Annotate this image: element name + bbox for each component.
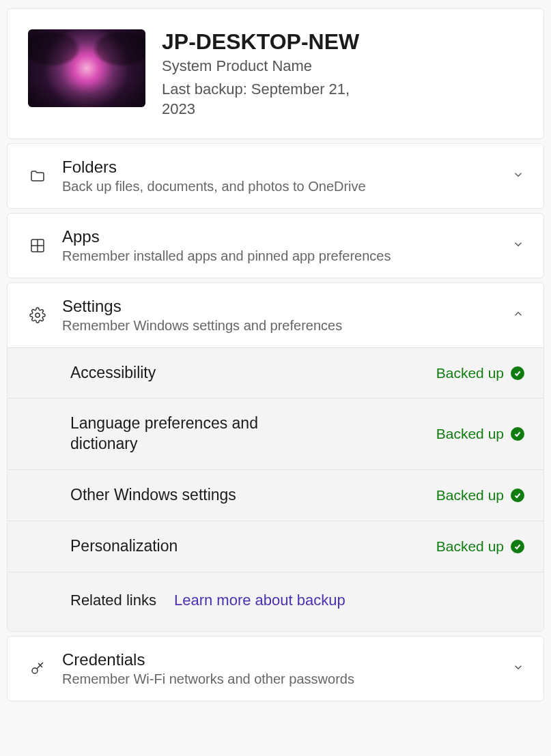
check-circle-icon: [511, 540, 524, 553]
device-wallpaper-thumbnail: [28, 29, 145, 107]
status-badge: Backed up: [436, 538, 524, 555]
section-folders: Folders Back up files, documents, and ph…: [7, 143, 544, 209]
settings-items-list: Accessibility Backed up Language prefere…: [8, 347, 543, 572]
credentials-text: Credentials Remember Wi-Fi networks and …: [62, 650, 497, 687]
settings-text: Settings Remember Windows settings and p…: [62, 297, 497, 334]
check-circle-icon: [511, 427, 524, 441]
credentials-title: Credentials: [62, 650, 497, 670]
settings-item-name: Language preferences and dictionary: [70, 413, 316, 454]
settings-item-language: Language preferences and dictionary Back…: [8, 398, 543, 469]
gear-icon: [28, 307, 47, 323]
settings-item-accessibility: Accessibility Backed up: [8, 347, 543, 398]
status-badge: Backed up: [436, 487, 524, 504]
device-product-name: System Product Name: [162, 57, 373, 75]
status-text: Backed up: [436, 538, 504, 555]
related-links-label: Related links: [70, 592, 156, 609]
credentials-expander[interactable]: Credentials Remember Wi-Fi networks and …: [8, 637, 543, 701]
key-icon: [28, 660, 47, 677]
apps-grid-icon: [28, 237, 47, 254]
chevron-down-icon: [512, 238, 524, 253]
status-text: Backed up: [436, 426, 504, 442]
section-apps: Apps Remember installed apps and pinned …: [7, 213, 544, 278]
settings-item-other-windows: Other Windows settings Backed up: [8, 469, 543, 521]
device-header: JP-DESKTOP-NEW System Product Name Last …: [8, 9, 543, 139]
chevron-up-icon: [512, 308, 524, 323]
settings-subtitle: Remember Windows settings and preference…: [62, 318, 497, 334]
check-circle-icon: [511, 366, 524, 380]
learn-more-backup-link[interactable]: Learn more about backup: [174, 592, 345, 609]
svg-point-4: [32, 668, 38, 673]
section-credentials: Credentials Remember Wi-Fi networks and …: [7, 636, 544, 701]
status-text: Backed up: [436, 365, 504, 381]
device-name: JP-DESKTOP-NEW: [162, 29, 373, 55]
apps-title: Apps: [62, 227, 497, 247]
settings-item-name: Accessibility: [70, 363, 156, 383]
device-last-backup: Last backup: September 21, 2023: [162, 79, 373, 119]
apps-subtitle: Remember installed apps and pinned app p…: [62, 248, 497, 264]
chevron-down-icon: [512, 661, 524, 676]
status-text: Backed up: [436, 487, 504, 504]
related-links-row: Related links Learn more about backup: [8, 572, 543, 631]
status-badge: Backed up: [436, 365, 524, 381]
status-badge: Backed up: [436, 426, 524, 442]
apps-text: Apps Remember installed apps and pinned …: [62, 227, 497, 264]
section-settings: Settings Remember Windows settings and p…: [7, 282, 544, 632]
device-header-card: JP-DESKTOP-NEW System Product Name Last …: [7, 8, 544, 139]
settings-expander[interactable]: Settings Remember Windows settings and p…: [8, 283, 543, 347]
settings-item-name: Personalization: [70, 536, 178, 557]
folders-title: Folders: [62, 158, 497, 177]
apps-expander[interactable]: Apps Remember installed apps and pinned …: [8, 214, 543, 278]
folders-expander[interactable]: Folders Back up files, documents, and ph…: [8, 144, 543, 208]
settings-title: Settings: [62, 297, 497, 317]
check-circle-icon: [511, 489, 524, 502]
folders-text: Folders Back up files, documents, and ph…: [62, 158, 497, 194]
folder-icon: [28, 168, 47, 184]
chevron-down-icon: [512, 169, 524, 184]
svg-point-3: [36, 313, 40, 317]
folders-subtitle: Back up files, documents, and photos to …: [62, 179, 497, 194]
device-header-text: JP-DESKTOP-NEW System Product Name Last …: [162, 29, 373, 119]
settings-item-personalization: Personalization Backed up: [8, 521, 543, 572]
credentials-subtitle: Remember Wi-Fi networks and other passwo…: [62, 671, 497, 687]
settings-item-name: Other Windows settings: [70, 485, 236, 506]
